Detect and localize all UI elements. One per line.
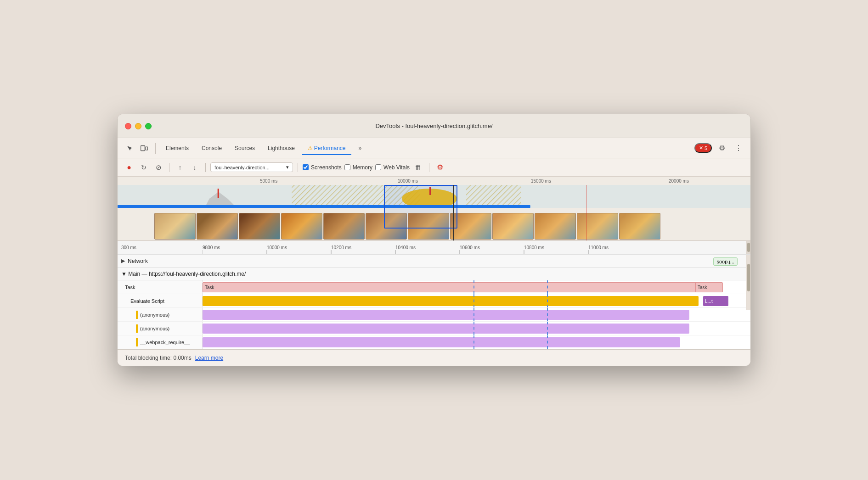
toolbar2-separator-2 — [205, 163, 206, 172]
task-bar-right[interactable]: Task — [695, 282, 723, 292]
dashed-line-anon2-right — [547, 322, 548, 335]
screenshot-thumb-5 — [323, 213, 365, 240]
performance-warning-icon: ⚠ — [308, 145, 313, 151]
toolbar-separator-1 — [155, 143, 156, 154]
flame-chart-area: 300 ms 9800 ms 10000 ms 10200 ms 10400 m… — [118, 241, 750, 349]
scrollbar-thumb-middle — [747, 264, 750, 291]
toolbar2-separator-3 — [298, 163, 298, 172]
dashed-line-anon1-left — [473, 308, 474, 321]
svg-rect-1 — [146, 147, 148, 150]
tab-sources[interactable]: Sources — [229, 143, 260, 153]
timescale-row: 300 ms 9800 ms 10000 ms 10200 ms 10400 m… — [118, 241, 750, 255]
memory-checkbox-label[interactable]: Memory — [344, 164, 372, 171]
load-profile-button[interactable]: ↑ — [174, 162, 186, 173]
traffic-lights — [125, 123, 152, 129]
gear-icon: ⚙ — [719, 144, 725, 152]
record-button[interactable]: ● — [123, 162, 135, 173]
webpack-bar[interactable] — [203, 337, 680, 347]
screenshots-checkbox[interactable] — [303, 164, 309, 170]
url-display: foul-heavenly-direction... ▾ — [210, 162, 293, 172]
task-row-label: Task — [118, 280, 203, 294]
evaluate-script-bar-area: L...t — [203, 294, 750, 307]
tab-more[interactable]: » — [353, 143, 367, 153]
dashed-line-right — [547, 280, 548, 294]
delete-button[interactable]: 🗑 — [412, 162, 424, 173]
settings-button[interactable]: ⚙ — [716, 142, 728, 155]
tab-lighthouse[interactable]: Lighthouse — [262, 143, 300, 153]
table-row: Task Task Task — [118, 280, 750, 294]
capture-settings-button[interactable]: ⚙ — [434, 162, 446, 173]
devtools-window: DevTools - foul-heavenly-direction.glitc… — [117, 114, 751, 366]
task-bar[interactable]: Task — [203, 282, 708, 292]
overview-panel: 5000 ms 10000 ms 15000 ms 20000 ms CPU N… — [118, 177, 750, 241]
dashed-line-webpack-left — [473, 335, 474, 349]
table-row: (anonymous) — [118, 308, 750, 322]
screenshots-checkbox-label[interactable]: Screenshots — [303, 164, 342, 171]
toolbar2-separator-4 — [429, 163, 429, 172]
anon2-row-label: (anonymous) — [118, 322, 203, 335]
maximize-button[interactable] — [145, 123, 152, 129]
table-row: Evaluate Script L...t — [118, 294, 750, 308]
tab-console[interactable]: Console — [196, 143, 227, 153]
main-thread-title: ▼ Main — https://foul-heavenly-direction… — [121, 271, 246, 277]
anon1-indicator — [136, 311, 138, 319]
time-label-20000: 20000 ms — [669, 179, 689, 184]
dashed-line-webpack-right — [547, 335, 548, 349]
timeline-selection-box[interactable] — [384, 185, 457, 229]
ellipsis-icon: ⋮ — [735, 144, 742, 152]
scrollbar-v-top[interactable] — [746, 241, 750, 254]
screenshot-thumb-9 — [492, 213, 534, 240]
dashed-line-eval-left — [473, 294, 474, 307]
more-options-button[interactable]: ⋮ — [732, 142, 745, 155]
minimize-button[interactable] — [135, 123, 141, 129]
clear-button[interactable]: ⊘ — [152, 162, 164, 173]
anon1-bar-area — [203, 308, 750, 321]
web-vitals-checkbox[interactable] — [375, 164, 381, 170]
scrollbar-thumb-top — [747, 243, 750, 252]
screenshot-thumb-3 — [239, 213, 280, 240]
svg-rect-0 — [141, 145, 145, 151]
marker-line-red — [586, 185, 586, 240]
table-row: (anonymous) — [118, 322, 750, 335]
memory-checkbox[interactable] — [344, 164, 350, 170]
anon2-bar[interactable] — [203, 324, 689, 334]
main-thread-header: ▼ Main — https://foul-heavenly-direction… — [118, 268, 750, 280]
learn-more-link[interactable]: Learn more — [195, 355, 223, 361]
webpack-bar-area — [203, 335, 750, 349]
tab-performance[interactable]: ⚠Performance — [302, 143, 351, 153]
network-file-label: soop.j... — [713, 257, 738, 265]
tick-marks — [203, 241, 750, 255]
blocking-time-label: Total blocking time: 0.00ms — [125, 355, 192, 361]
anon2-indicator — [136, 324, 138, 333]
reload-record-button[interactable]: ↻ — [138, 162, 150, 173]
network-section-title: Network — [128, 258, 148, 264]
scrollbar-v-middle[interactable] — [746, 255, 750, 310]
network-toggle-button[interactable]: ▶ — [121, 258, 125, 264]
error-x-icon: ✕ — [699, 145, 703, 151]
error-badge-button[interactable]: ✕ 5 — [694, 143, 712, 153]
close-button[interactable] — [125, 123, 131, 129]
device-emulation-button[interactable] — [138, 142, 151, 155]
web-vitals-checkbox-label[interactable]: Web Vitals — [375, 164, 410, 171]
tab-elements[interactable]: Elements — [160, 143, 194, 153]
anon1-bar[interactable] — [203, 310, 689, 320]
screenshot-thumb-12 — [619, 213, 660, 240]
time-label-5000: 5000 ms — [260, 179, 277, 184]
time-label-15000: 15000 ms — [531, 179, 551, 184]
cursor-tool-button[interactable] — [123, 142, 136, 155]
titlebar: DevTools - foul-heavenly-direction.glitc… — [118, 114, 750, 138]
task-bar-area: Task Task — [203, 280, 750, 294]
anon2-bar-area — [203, 322, 750, 335]
screenshot-thumb-2 — [197, 213, 238, 240]
evaluate-script-bar-right[interactable]: L...t — [703, 296, 728, 306]
evaluate-script-bar[interactable] — [203, 296, 699, 306]
anon1-row-label: (anonymous) — [118, 308, 203, 321]
main-toolbar: Elements Console Sources Lighthouse ⚠Per… — [118, 138, 750, 158]
status-bar: Total blocking time: 0.00ms Learn more — [118, 349, 750, 366]
webpack-indicator — [136, 338, 138, 346]
svg-rect-8 — [466, 185, 521, 208]
dropdown-icon: ▾ — [286, 164, 289, 170]
screenshot-thumb-1 — [154, 213, 196, 240]
svg-rect-9 — [118, 205, 530, 208]
save-profile-button[interactable]: ↓ — [189, 162, 201, 173]
